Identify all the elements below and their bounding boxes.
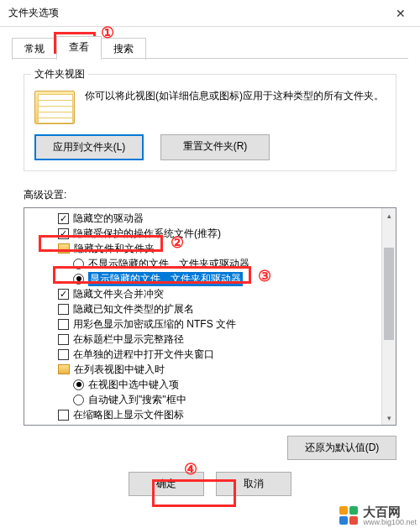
folder-icon [58, 364, 70, 374]
close-icon: ✕ [396, 7, 406, 20]
titlebar: 文件夹选项 ✕ [0, 0, 420, 27]
watermark: 大百网 www.big100.net [339, 505, 417, 526]
advanced-label: 高级设置: [24, 188, 396, 202]
radio-icon [73, 379, 84, 390]
ok-button[interactable]: 确定 [129, 472, 204, 496]
advanced-settings-list[interactable]: 隐藏空的驱动器 隐藏受保护的操作系统文件(推荐) 隐藏文件和文件夹 不显示隐藏的… [24, 207, 396, 426]
radio-icon [73, 259, 84, 269]
opt-hidden-files-group[interactable]: 隐藏文件和文件夹 [26, 241, 380, 256]
opt-colored-ntfs[interactable]: 用彩色显示加密或压缩的 NTFS 文件 [26, 316, 380, 332]
restore-defaults-button[interactable]: 还原为默认值(D) [287, 436, 396, 460]
tab-bar: 常规 查看 搜索 [0, 34, 420, 59]
tab-general[interactable]: 常规 [12, 38, 57, 60]
opt-hide-merge-conflict[interactable]: 隐藏文件夹合并冲突 [26, 286, 380, 301]
folder-views-group: 文件夹视图 你可以将此视图(如详细信息或图标)应用于这种类型的所有文件夹。 应用… [24, 74, 396, 171]
window-title: 文件夹选项 [8, 6, 381, 20]
scrollbar[interactable]: ▴ ▾ [381, 208, 396, 425]
checkbox-icon [58, 349, 69, 360]
cancel-button[interactable]: 取消 [216, 472, 291, 496]
radio-icon [73, 274, 84, 285]
apply-to-folders-button[interactable]: 应用到文件夹(L) [34, 134, 144, 160]
folder-thumbnail-icon [34, 91, 75, 124]
opt-hide-empty-drives[interactable]: 隐藏空的驱动器 [26, 211, 380, 226]
watermark-en: www.big100.net [363, 519, 417, 526]
tab-content: 文件夹视图 你可以将此视图(如详细信息或图标)应用于这种类型的所有文件夹。 应用… [0, 59, 420, 499]
checkbox-icon [58, 304, 69, 315]
opt-list-type-group[interactable]: 在列表视图中键入时 [26, 362, 380, 377]
folder-icon [58, 243, 70, 254]
checkbox-icon [58, 228, 69, 239]
opt-auto-type-search[interactable]: 自动键入到"搜索"框中 [26, 392, 380, 407]
advanced-settings-inner: 隐藏空的驱动器 隐藏受保护的操作系统文件(推荐) 隐藏文件和文件夹 不显示隐藏的… [24, 208, 381, 425]
checkbox-icon [58, 319, 69, 330]
tab-search[interactable]: 搜索 [101, 38, 146, 60]
checkbox-icon [58, 410, 69, 421]
checkbox-icon [58, 334, 69, 345]
scroll-thumb[interactable] [384, 248, 394, 340]
scroll-down-icon[interactable]: ▾ [382, 410, 396, 425]
opt-thumb-icon-cutoff[interactable]: 在缩略图上显示文件图标 [26, 407, 380, 422]
watermark-logo-icon [339, 506, 358, 525]
opt-dont-show-hidden[interactable]: 不显示隐藏的文件、文件夹或驱动器 [26, 256, 380, 271]
opt-hide-known-ext[interactable]: 隐藏已知文件类型的扩展名 [26, 301, 380, 316]
scroll-up-icon[interactable]: ▴ [382, 208, 396, 222]
reset-folders-button[interactable]: 重置文件夹(R) [160, 134, 270, 160]
checkbox-icon [58, 213, 69, 224]
watermark-cn: 大百网 [363, 505, 417, 519]
radio-icon [73, 395, 84, 405]
scroll-track[interactable] [382, 222, 396, 410]
tab-view[interactable]: 查看 [56, 36, 102, 59]
close-button[interactable]: ✕ [381, 0, 420, 27]
opt-hide-protected-os[interactable]: 隐藏受保护的操作系统文件(推荐) [26, 226, 380, 241]
opt-select-in-view[interactable]: 在视图中选中键入项 [26, 377, 380, 392]
checkbox-icon [58, 289, 69, 300]
group-legend: 文件夹视图 [31, 67, 88, 81]
opt-open-separate-process[interactable]: 在单独的进程中打开文件夹窗口 [26, 347, 380, 362]
opt-show-hidden[interactable]: 显示隐藏的文件、文件夹和驱动器 [26, 271, 380, 286]
opt-full-path-title[interactable]: 在标题栏中显示完整路径 [26, 332, 380, 347]
folder-views-desc: 你可以将此视图(如详细信息或图标)应用于这种类型的所有文件夹。 [85, 88, 386, 104]
